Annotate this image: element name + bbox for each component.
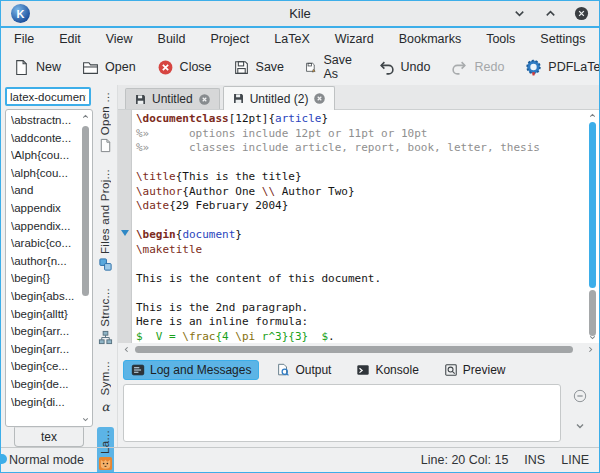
toolbar-open-button[interactable]: Open xyxy=(82,59,136,76)
command-list[interactable]: \abstractn...\addconte...\Alph{cou...\al… xyxy=(5,109,93,427)
editor[interactable]: \documentclass[12pt]{article}%» options … xyxy=(118,110,599,343)
editor-vertical-scrollbar[interactable] xyxy=(586,110,599,343)
status-insert-mode[interactable]: INS xyxy=(524,453,545,467)
sidebar-tab-label: La... xyxy=(99,430,111,454)
command-list-item[interactable]: \appendix xyxy=(11,200,81,218)
toolbar-close-button[interactable]: Close xyxy=(157,59,212,76)
scroll-down-icon[interactable] xyxy=(588,333,597,342)
close-button[interactable] xyxy=(574,6,589,21)
command-list-item[interactable]: \addconte... xyxy=(11,130,81,148)
fold-marker-icon[interactable] xyxy=(121,230,129,236)
toolbar-redo-button[interactable]: Redo xyxy=(451,59,504,76)
scroll-down-icon[interactable] xyxy=(81,415,90,424)
command-list-item[interactable]: \appendix... xyxy=(11,218,81,236)
sidebar-tab-open[interactable]: Open ... xyxy=(97,89,114,156)
code-line: This is the content of this document. xyxy=(136,272,582,287)
document-tab-untitled[interactable]: Untitled xyxy=(125,88,220,109)
menu-wizard[interactable]: Wizard xyxy=(335,32,374,46)
panel-chevron-down-icon[interactable] xyxy=(574,420,586,432)
tab-close-icon[interactable] xyxy=(198,93,211,106)
code-line xyxy=(136,214,582,229)
document-tab-untitled-2[interactable]: Untitled (2) xyxy=(223,86,336,110)
code-line: \title{This is the title} xyxy=(136,170,582,185)
scroll-up-icon[interactable] xyxy=(588,111,597,120)
sidebar-tab-sym[interactable]: Sym...α xyxy=(97,358,114,416)
code-area[interactable]: \documentclass[12pt]{article}%» options … xyxy=(132,110,586,343)
scroll-right-icon[interactable] xyxy=(586,345,595,354)
command-list-item[interactable]: \arabic{co... xyxy=(11,235,81,253)
command-list-item[interactable]: \begin{arr... xyxy=(11,323,81,341)
tab-tex[interactable]: tex xyxy=(14,427,84,447)
command-list-item[interactable]: \begin{de... xyxy=(11,376,81,394)
sidebar-tab-label: Sym... xyxy=(99,361,111,395)
command-list-item[interactable]: \abstractn... xyxy=(11,112,81,130)
command-list-item[interactable]: \author{n... xyxy=(11,253,81,271)
sidebar-tab-struc[interactable]: Struc... xyxy=(97,285,114,348)
toolbar-button-label: Close xyxy=(180,60,212,74)
editor-horizontal-scrollbar[interactable] xyxy=(120,344,597,356)
menu-project[interactable]: Project xyxy=(210,32,249,46)
menu-tools[interactable]: Tools xyxy=(486,32,515,46)
command-list-item[interactable]: \begin{ce... xyxy=(11,358,81,376)
minimize-button[interactable] xyxy=(512,6,527,21)
toolbar-pdflatex-button[interactable]: PDFLaTeX xyxy=(525,59,600,76)
redo-icon xyxy=(451,59,468,76)
menu-latex[interactable]: LaTeX xyxy=(274,32,309,46)
tab-close-icon[interactable] xyxy=(313,92,326,105)
toolbar-save-as-button[interactable]: Save As xyxy=(305,53,357,81)
menu-build[interactable]: Build xyxy=(158,32,186,46)
command-list-item[interactable]: \begin{arr... xyxy=(11,341,81,359)
status-mode: Normal mode xyxy=(9,453,84,467)
toolbar-save-button[interactable]: Save xyxy=(233,59,285,76)
command-list-item[interactable]: \begin{alltt} xyxy=(11,306,81,324)
menu-settings[interactable]: Settings xyxy=(540,32,585,46)
maximize-button[interactable] xyxy=(543,6,558,21)
scrollbar-thumb[interactable] xyxy=(82,126,89,296)
menu-view[interactable]: View xyxy=(106,32,133,46)
code-line: \maketitle xyxy=(136,243,582,258)
document-tab-label: Untitled (2) xyxy=(250,92,309,106)
menu-file[interactable]: File xyxy=(14,32,34,46)
panel-tab-output[interactable]: Output xyxy=(268,360,339,380)
code-line: %» classes include article, report, book… xyxy=(136,141,582,156)
panel-tab-konsole[interactable]: Konsole xyxy=(348,360,426,380)
panel-tab-log-and-messages[interactable]: Log and Messages xyxy=(123,360,259,380)
scrollbar-thumb[interactable] xyxy=(589,122,596,288)
bottom-panel-tabbar: Log and MessagesOutputKonsolePreview xyxy=(118,357,599,383)
command-list-item[interactable]: \begin{di... xyxy=(11,394,81,412)
new-document-icon xyxy=(13,59,30,76)
command-list-scrollbar[interactable] xyxy=(80,111,91,425)
toolbar-undo-button[interactable]: Undo xyxy=(378,59,431,76)
code-line xyxy=(136,257,582,272)
scroll-left-icon[interactable] xyxy=(122,345,131,354)
toolbar-new-button[interactable]: New xyxy=(13,59,61,76)
sidebar-tab-files-and-proj[interactable]: Files and Proj... xyxy=(97,166,114,275)
svg-text:α: α xyxy=(101,399,110,413)
command-list-item[interactable]: \Alph{cou... xyxy=(11,147,81,165)
save-icon xyxy=(233,59,250,76)
code-line: $ V = \frac{4 \pi r^3}{3} $. xyxy=(136,330,582,344)
scroll-up-icon[interactable] xyxy=(81,112,90,121)
status-line-mode[interactable]: LINE xyxy=(561,453,589,467)
command-filter-input[interactable] xyxy=(5,87,91,106)
collapse-panel-button[interactable] xyxy=(573,389,587,403)
scrollbar-thumb[interactable] xyxy=(135,346,573,353)
command-list-item[interactable]: \begin{} xyxy=(11,270,81,288)
menu-bookmarks[interactable]: Bookmarks xyxy=(399,32,462,46)
command-list-item[interactable]: \and xyxy=(11,182,81,200)
log-panel-row xyxy=(118,383,599,447)
toolbar: NewOpenCloseSaveSave AsUndoRedoPDFLaTeX xyxy=(1,49,599,85)
panel-tab-preview[interactable]: Preview xyxy=(436,360,514,380)
titlebar[interactable]: K Kile xyxy=(1,1,599,28)
panel-tab-label: Konsole xyxy=(375,363,418,377)
command-list-item[interactable]: \alph{cou... xyxy=(11,165,81,183)
kile-window: K Kile FileEditViewBuildProjectLaTeXWiza… xyxy=(0,0,600,473)
status-line-col[interactable]: Line: 20 Col: 15 xyxy=(421,453,509,467)
latex-commands-panel: \abstractn...\addconte...\Alph{cou...\al… xyxy=(1,85,93,447)
log-messages-view[interactable] xyxy=(123,384,561,442)
scrollbar-track-segment[interactable] xyxy=(589,290,596,336)
konsole-icon xyxy=(356,363,370,377)
menu-edit[interactable]: Edit xyxy=(59,32,81,46)
sidebar-tab-strip: Open ...Files and Proj...Struc...Sym...α… xyxy=(93,85,117,447)
command-list-item[interactable]: \begin{abs... xyxy=(11,288,81,306)
